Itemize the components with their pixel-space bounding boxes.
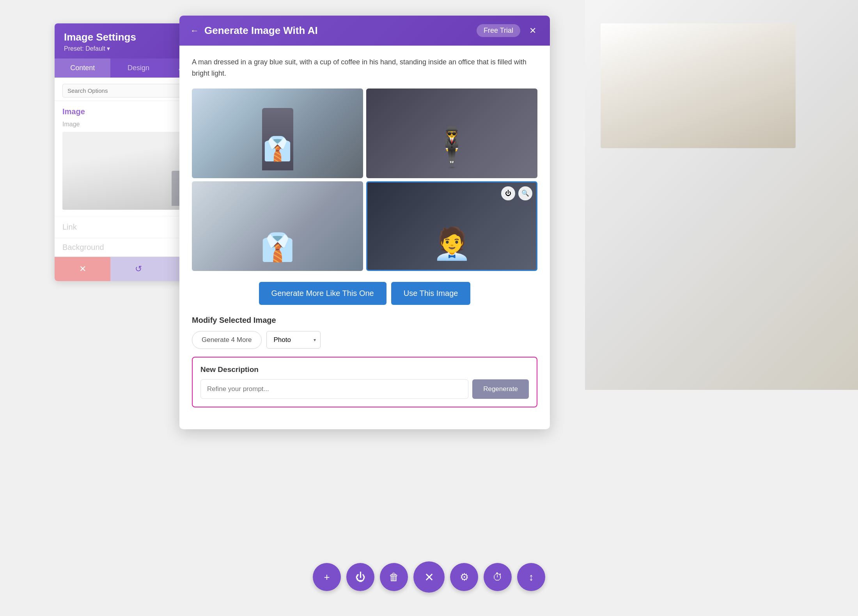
sort-icon: ↕ [529, 571, 534, 583]
modify-title: Modify Selected Image [192, 316, 537, 325]
modal-header-left: ← Generate Image With AI [190, 25, 318, 37]
modal-header: ← Generate Image With AI Free Trial ✕ [179, 16, 550, 46]
close-icon[interactable]: ✕ [526, 25, 539, 37]
clock-icon: ⏱ [493, 571, 503, 583]
back-icon[interactable]: ← [190, 26, 199, 36]
gear-icon: ⚙ [460, 571, 469, 583]
delete-button[interactable]: 🗑 [380, 563, 408, 591]
generate-more-button[interactable]: Generate More Like This One [259, 282, 386, 305]
style-select[interactable]: Photo Illustration 3D Render Sketch [266, 331, 321, 349]
modify-row: Generate 4 More Photo Illustration 3D Re… [192, 331, 537, 349]
chevron-down-icon: ▾ [107, 45, 110, 52]
modal-body: A man dressed in a gray blue suit, with … [179, 46, 550, 429]
tab-content[interactable]: Content [55, 58, 110, 78]
new-desc-input-row: Regenerate [200, 379, 529, 399]
overlay-icons: ⏻ 🔍 [501, 186, 532, 200]
grid-image-3[interactable] [192, 181, 363, 271]
history-button[interactable]: ⏱ [484, 563, 512, 591]
zoom-icon[interactable]: 🔍 [518, 186, 532, 200]
ai-modal: ← Generate Image With AI Free Trial ✕ A … [179, 16, 550, 429]
grid-image-1[interactable] [192, 89, 363, 178]
panel-subtitle: Preset: Default ▾ [64, 45, 136, 52]
grid-image-4[interactable]: ⏻ 🔍 [366, 181, 537, 271]
regenerate-button[interactable]: Regenerate [472, 379, 529, 399]
bottom-toolbar: + ⏻ 🗑 ✕ ⚙ ⏱ ↕ [313, 561, 545, 593]
style-select-wrapper: Photo Illustration 3D Render Sketch ▾ [266, 331, 321, 349]
generate-4-button[interactable]: Generate 4 More [192, 331, 262, 349]
modify-section: Modify Selected Image Generate 4 More Ph… [192, 316, 537, 349]
free-trial-badge[interactable]: Free Trial [477, 24, 520, 37]
sort-button[interactable]: ↕ [517, 563, 545, 591]
regenerate-icon[interactable]: ⏻ [501, 186, 515, 200]
refine-prompt-input[interactable] [200, 379, 468, 399]
use-image-button[interactable]: Use This Image [391, 282, 471, 305]
new-description-box: New Description Regenerate [192, 357, 537, 407]
new-desc-title: New Description [200, 365, 529, 374]
cancel-icon: ✕ [79, 264, 86, 274]
close-modal-button[interactable]: ✕ [413, 561, 445, 593]
add-icon: + [324, 571, 330, 583]
reset-icon: ↺ [135, 264, 142, 274]
power-button[interactable]: ⏻ [346, 563, 374, 591]
background-right-image [585, 0, 858, 390]
tab-design[interactable]: Design [110, 58, 166, 78]
panel-header-info: Image Settings Preset: Default ▾ [64, 31, 136, 52]
modal-title: Generate Image With AI [204, 25, 318, 37]
gear-button[interactable]: ⚙ [450, 563, 478, 591]
power-icon: ⏻ [355, 571, 365, 583]
reset-button[interactable]: ↺ [110, 257, 166, 281]
close-large-icon: ✕ [424, 570, 434, 584]
image-grid: ⏻ 🔍 [192, 89, 537, 271]
action-buttons: Generate More Like This One Use This Ima… [192, 282, 537, 305]
cancel-button[interactable]: ✕ [55, 257, 110, 281]
modal-description: A man dressed in a gray blue suit, with … [192, 57, 537, 79]
modal-header-right: Free Trial ✕ [477, 24, 539, 37]
grid-image-2[interactable] [366, 89, 537, 178]
add-button[interactable]: + [313, 563, 341, 591]
panel-title: Image Settings [64, 31, 136, 43]
trash-icon: 🗑 [389, 571, 399, 583]
